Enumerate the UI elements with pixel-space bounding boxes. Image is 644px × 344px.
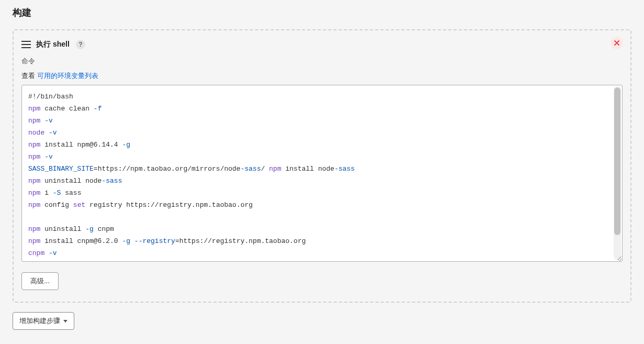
chevron-down-icon [63, 320, 67, 323]
env-vars-link[interactable]: 可用的环境变量列表 [37, 72, 98, 80]
add-build-step-button[interactable]: 增加构建步骤 [13, 312, 74, 330]
scrollbar-thumb[interactable] [614, 87, 620, 235]
advanced-button[interactable]: 高级... [21, 272, 59, 290]
step-header: 执行 shell ? [21, 40, 623, 49]
shell-command-textarea[interactable]: #!/bin/bash npm cache clean -f npm -v no… [21, 85, 623, 262]
drag-handle-icon[interactable] [21, 41, 31, 48]
hint-prefix-text: 查看 [21, 72, 37, 80]
add-build-step-label: 增加构建步骤 [19, 316, 60, 326]
build-step-panel: 执行 shell ? 命令 查看 可用的环境变量列表 #!/bin/bash n… [13, 29, 631, 303]
close-icon [614, 40, 619, 46]
scrollbar-track[interactable] [614, 86, 621, 260]
step-title: 执行 shell [36, 40, 70, 49]
shell-command-content[interactable]: #!/bin/bash npm cache clean -f npm -v no… [22, 85, 622, 261]
help-icon[interactable]: ? [76, 40, 85, 49]
section-title: 构建 [13, 0, 631, 29]
env-vars-hint: 查看 可用的环境变量列表 [21, 71, 623, 81]
delete-step-button[interactable] [611, 37, 623, 49]
command-field-label: 命令 [21, 57, 623, 66]
